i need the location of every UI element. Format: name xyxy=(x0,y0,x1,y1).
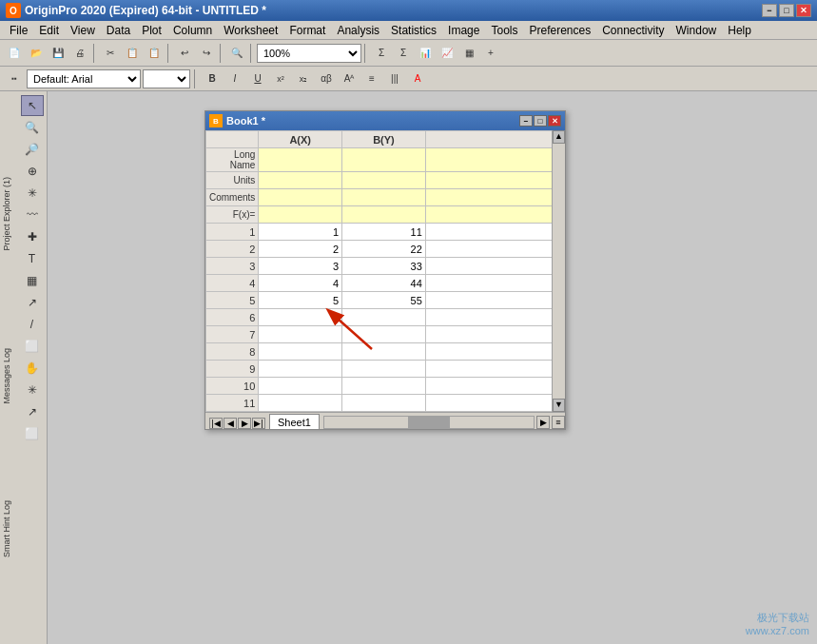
tb-new[interactable]: 📄 xyxy=(4,43,25,64)
cell-1-b[interactable]: 11 xyxy=(342,224,426,241)
tool-rect2[interactable]: ⬜ xyxy=(21,423,44,444)
tb-paste[interactable]: 📋 xyxy=(144,43,165,64)
tb-bold[interactable]: B xyxy=(202,68,223,89)
cell-6-a[interactable] xyxy=(259,309,342,326)
cell-7-a[interactable] xyxy=(259,326,342,343)
cell-1-c[interactable] xyxy=(425,224,564,241)
tab-first[interactable]: |◀ xyxy=(209,418,223,429)
tb-open[interactable]: 📂 xyxy=(26,43,47,64)
tool-star[interactable]: ✳ xyxy=(21,183,44,204)
tb-sum2[interactable]: Σ xyxy=(393,43,414,64)
tb-find[interactable]: 🔍 xyxy=(226,43,247,64)
menu-format[interactable]: Format xyxy=(283,22,331,39)
cell-5-a[interactable]: 5 xyxy=(259,292,342,309)
cell-11-b[interactable] xyxy=(342,395,426,412)
tool-select[interactable]: ↖ xyxy=(21,95,44,116)
tb-super[interactable]: x² xyxy=(270,68,291,89)
minimize-button[interactable]: − xyxy=(762,4,777,17)
cell-9-b[interactable] xyxy=(342,361,426,378)
tb-redo[interactable]: ↪ xyxy=(196,43,217,64)
scroll-up-btn[interactable]: ▲ xyxy=(553,130,565,144)
cell-8-a[interactable] xyxy=(259,343,342,361)
tb-chart[interactable]: 📊 xyxy=(415,43,436,64)
cell-3-a[interactable]: 3 xyxy=(259,258,342,275)
tb-align[interactable]: ≡ xyxy=(361,68,382,89)
tool-line[interactable]: / xyxy=(21,314,44,335)
tb-graph[interactable]: 📈 xyxy=(437,43,457,64)
meta-cell-fx-a[interactable] xyxy=(259,206,342,224)
maximize-button[interactable]: □ xyxy=(779,4,794,17)
meta-cell-comments-b[interactable] xyxy=(342,189,426,206)
cell-2-b[interactable]: 22 xyxy=(342,241,426,258)
tool-crosshair[interactable]: ⊕ xyxy=(21,161,44,182)
sheet-tab-sheet1[interactable]: Sheet1 xyxy=(269,414,320,429)
sheet-minimize[interactable]: − xyxy=(519,115,533,127)
cell-2-c[interactable] xyxy=(425,241,564,258)
tab-options-btn[interactable]: ≡ xyxy=(552,416,565,429)
cell-5-c[interactable] xyxy=(425,292,564,309)
tb-color[interactable]: A xyxy=(407,68,428,89)
tb-underline[interactable]: U xyxy=(247,68,268,89)
tool-zoom2[interactable]: 🔎 xyxy=(21,139,44,160)
menu-statistics[interactable]: Statistics xyxy=(385,22,442,39)
menu-worksheet[interactable]: Worksheet xyxy=(218,22,283,39)
tool-zoom[interactable]: 🔍 xyxy=(21,117,44,138)
tb-sub[interactable]: x₂ xyxy=(293,68,314,89)
meta-cell-fx-c[interactable] xyxy=(425,206,564,224)
cell-7-b[interactable] xyxy=(342,326,426,343)
cell-8-b[interactable] xyxy=(342,343,426,361)
tb-undo[interactable]: ↩ xyxy=(174,43,195,64)
meta-cell-comments-c[interactable] xyxy=(425,189,564,206)
tab-last[interactable]: ▶| xyxy=(252,418,265,429)
menu-plot[interactable]: Plot xyxy=(136,22,167,39)
tb-lines[interactable]: ||| xyxy=(384,68,405,89)
menu-analysis[interactable]: Analysis xyxy=(331,22,385,39)
cell-7-c[interactable] xyxy=(425,326,564,343)
tb-alpha[interactable]: αβ xyxy=(316,68,337,89)
cell-9-a[interactable] xyxy=(259,361,342,378)
tb-sum[interactable]: Σ xyxy=(371,43,392,64)
cell-5-b[interactable]: 55 xyxy=(342,292,426,309)
cell-2-a[interactable]: 2 xyxy=(259,241,342,258)
font-name-dropdown[interactable]: Default: Arial Arial Times New Roman xyxy=(27,69,141,88)
tb-copy[interactable]: 📋 xyxy=(122,43,143,64)
cell-6-c[interactable] xyxy=(425,309,564,326)
cell-3-c[interactable] xyxy=(425,258,564,275)
close-button[interactable]: ✕ xyxy=(796,4,811,17)
tb-cut[interactable]: ✂ xyxy=(100,43,121,64)
meta-cell-fx-b[interactable] xyxy=(342,206,426,224)
tool-text[interactable]: T xyxy=(21,248,44,269)
tab-scroll-right-btn[interactable]: ▶ xyxy=(536,416,550,429)
menu-window[interactable]: Window xyxy=(671,22,723,39)
cell-3-b[interactable]: 33 xyxy=(342,258,426,275)
tb-print[interactable]: 🖨 xyxy=(69,43,90,64)
tool-arrow[interactable]: ↗ xyxy=(21,292,44,313)
cell-4-a[interactable]: 4 xyxy=(259,275,342,292)
menu-image[interactable]: Image xyxy=(442,22,485,39)
tool-cross[interactable]: ✚ xyxy=(21,226,44,247)
menu-column[interactable]: Column xyxy=(167,22,218,39)
sheet-close[interactable]: ✕ xyxy=(548,115,561,127)
tool-wave[interactable]: 〰 xyxy=(21,205,44,225)
tab-prev[interactable]: ◀ xyxy=(224,418,237,429)
menu-help[interactable]: Help xyxy=(722,22,757,39)
tb-fmt1[interactable]: ▪▪ xyxy=(4,68,25,89)
tb-save[interactable]: 💾 xyxy=(48,43,68,64)
tool-grid[interactable]: ▦ xyxy=(21,270,44,291)
tool-star2[interactable]: ✳ xyxy=(21,380,44,400)
cell-4-b[interactable]: 44 xyxy=(342,275,426,292)
cell-10-b[interactable] xyxy=(342,378,426,395)
scrollbar-vertical[interactable]: ▲ ▼ xyxy=(552,130,565,412)
tool-arrow2[interactable]: ↗ xyxy=(21,401,44,422)
menu-edit[interactable]: Edit xyxy=(33,22,65,39)
meta-cell-units-c[interactable] xyxy=(425,172,564,189)
sheet-maximize[interactable]: □ xyxy=(534,115,547,127)
cell-10-a[interactable] xyxy=(259,378,342,395)
cell-10-c[interactable] xyxy=(425,378,564,395)
tb-table[interactable]: ▦ xyxy=(458,43,479,64)
menu-file[interactable]: File xyxy=(4,22,33,39)
menu-tools[interactable]: Tools xyxy=(485,22,523,39)
cell-11-c[interactable] xyxy=(425,395,564,412)
zoom-dropdown[interactable]: 100% 75% 125% 150% xyxy=(257,44,361,63)
cell-6-b[interactable] xyxy=(342,309,426,326)
